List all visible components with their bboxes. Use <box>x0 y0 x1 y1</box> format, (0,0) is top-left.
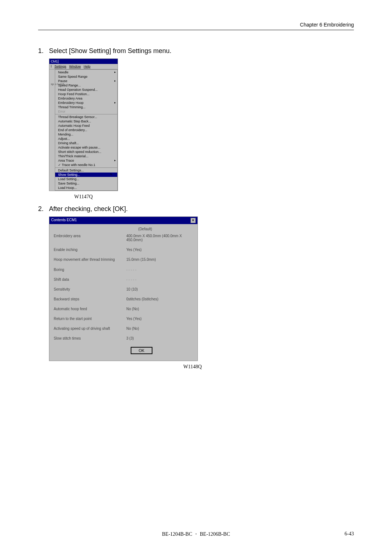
menu-needle[interactable]: Needle <box>55 70 117 74</box>
menu-same-speed[interactable]: Same Speed Range <box>55 74 117 79</box>
menu-window[interactable]: Window <box>69 65 81 68</box>
menu-driving-shaft[interactable]: Driving shaft... <box>55 141 117 145</box>
menu-default-settings[interactable]: Default Settings... <box>55 168 117 173</box>
menu-settings[interactable]: Settings <box>54 65 66 68</box>
menu-show-setting-label: Show Setting... <box>58 173 80 177</box>
row-backward-steps: Backward steps 0stitches (0stitches) <box>54 294 193 304</box>
value-hoop-movement: 15.0mm (15.0mm) <box>126 258 156 262</box>
step-1: 1. Select [Show Setting] from Settings m… <box>38 47 354 55</box>
label-enable-inching: Enable inching <box>54 248 126 252</box>
label-auto-hoop-feed: Automatic hoop feed <box>54 307 126 311</box>
value-backward-steps: 0stitches (0stitches) <box>126 297 158 301</box>
menu-show-setting[interactable]: Show Setting... ↖ <box>55 173 117 177</box>
menu-thread-trimming[interactable]: Thread Trimming... <box>55 105 117 109</box>
dialog-title: Contents ECM1 <box>51 218 77 223</box>
menu-separator-1 <box>55 114 117 114</box>
value-sensitivity: 10 (10) <box>126 287 138 291</box>
row-slow-stitch: Slow stitch times 3 (3) <box>54 333 193 343</box>
label-embroidery-area: Embroidery area <box>54 234 126 238</box>
row-return-start: Return to the start point Yes (Yes) <box>54 314 193 324</box>
value-activating-speed: No (No) <box>126 327 139 331</box>
row-embroidery-area: Embroidery area 400.0mm X 450.0mm (400.0… <box>54 231 193 245</box>
value-slow-stitch: 3 (3) <box>126 336 134 340</box>
row-boring: Boring - - - - - <box>54 265 193 275</box>
settings-dropdown: Needle Same Speed Range Pause Speed Rang… <box>55 69 118 191</box>
step-1-text: Select [Show Setting] from Settings menu… <box>49 47 171 55</box>
step-1-number: 1. <box>38 47 49 55</box>
chapter-header: Chapter 6 Embroidering <box>300 22 354 28</box>
dialog-titlebar: Contents ECM1 × <box>49 217 197 224</box>
menu-thread-breakage[interactable]: Thread Breakage Sensor... <box>55 115 117 119</box>
value-boring: - - - - - <box>126 268 136 272</box>
row-hoop-movement: Hoop movement after thread trimming 15.0… <box>54 255 193 265</box>
value-shift-data: - - - - - <box>126 278 136 281</box>
menu-thin-thick[interactable]: Thin/Thick material... <box>55 154 117 158</box>
label-slow-stitch: Slow stitch times <box>54 336 126 340</box>
label-return-start: Return to the start point <box>54 317 126 321</box>
menu-head-operation[interactable]: Head Operation Suspend... <box>55 88 117 92</box>
contents-dialog-screenshot: Contents ECM1 × (Default) Embroidery are… <box>49 216 198 361</box>
footer-center: BE-1204B-BC ・ BE-1206B-BC <box>162 531 230 538</box>
menu-short-stitch[interactable]: Short stitch speed reduction... <box>55 150 117 154</box>
label-backward-steps: Backward steps <box>54 297 126 301</box>
menu-speed-range[interactable]: Speed Range... <box>55 83 117 88</box>
row-enable-inching: Enable inching Yes (Yes) <box>54 245 193 255</box>
menu-end-embroidery[interactable]: End of embroidery... <box>55 128 117 132</box>
header-divider <box>38 30 354 30</box>
default-label: (Default) <box>97 227 193 231</box>
menu-auto-step-back[interactable]: Automatic Step Back... <box>55 119 117 123</box>
menubar: l Settings Window Help <box>49 64 118 69</box>
screenshot-2-caption: W1148Q <box>49 364 354 370</box>
menu-activate-escape[interactable]: Activate escape with pause... <box>55 145 117 150</box>
menu-area-trace[interactable]: Area Trace <box>55 158 117 163</box>
menu-error: Error <box>55 109 117 114</box>
step-2: 2. After checking, check [OK]. <box>38 205 354 213</box>
menu-adjust[interactable]: Adjust... <box>55 137 117 141</box>
menu-load-setting[interactable]: Load Setting... <box>55 177 117 181</box>
menu-l[interactable]: l <box>51 65 52 68</box>
menu-embroidery-hoop[interactable]: Embroidery Hoop <box>55 101 117 105</box>
row-shift-data: Shift data - - - - - <box>54 275 193 284</box>
row-sensitivity: Sensitivity 10 (10) <box>54 284 193 294</box>
row-auto-hoop-feed: Automatic hoop feed No (No) <box>54 304 193 314</box>
menu-auto-hoop-feed[interactable]: Automatic Hoop Feed <box>55 123 117 128</box>
menu-help[interactable]: Help <box>84 65 91 68</box>
value-embroidery-area: 400.0mm X 450.0mm (400.0mm X 450.0mm) <box>126 234 193 242</box>
settings-menu-screenshot: CM1] l Settings Window Help sp o l i d 0… <box>49 58 118 191</box>
ok-button-row: OK <box>90 343 193 358</box>
footer-page-number: 6-43 <box>344 531 354 537</box>
menu-load-hoop[interactable]: Load Hoop... <box>55 186 117 190</box>
menu-trace-needle[interactable]: ✓ Trace with needle No.1 <box>55 163 117 167</box>
menu-mending[interactable]: Mending... <box>55 132 117 137</box>
menu-save-setting[interactable]: Save Setting... <box>55 181 117 186</box>
menu-separator-2 <box>55 167 117 168</box>
value-auto-hoop-feed: No (No) <box>126 307 139 311</box>
close-icon[interactable]: × <box>191 218 196 223</box>
menu-embroidery-area[interactable]: Embroidery Area <box>55 96 117 101</box>
value-return-start: Yes (Yes) <box>126 317 142 321</box>
screenshot-1-caption: W1147Q <box>49 194 118 200</box>
window-titlebar: CM1] <box>49 59 118 64</box>
label-hoop-movement: Hoop movement after thread trimming <box>54 258 126 262</box>
label-sensitivity: Sensitivity <box>54 287 126 291</box>
menu-hoop-feed[interactable]: Hoop Feed Position... <box>55 92 117 96</box>
row-activating-speed: Activating speed up of driving shaft No … <box>54 324 193 333</box>
ok-button[interactable]: OK <box>131 347 152 354</box>
menu-pause[interactable]: Pause <box>55 79 117 83</box>
label-boring: Boring <box>54 268 126 272</box>
label-activating-speed: Activating speed up of driving shaft <box>54 327 126 331</box>
step-2-number: 2. <box>38 205 49 213</box>
page-footer: BE-1204B-BC ・ BE-1206B-BC 6-43 <box>38 531 354 537</box>
step-2-text: After checking, check [OK]. <box>49 205 128 213</box>
label-shift-data: Shift data <box>54 278 126 281</box>
value-enable-inching: Yes (Yes) <box>126 248 142 252</box>
